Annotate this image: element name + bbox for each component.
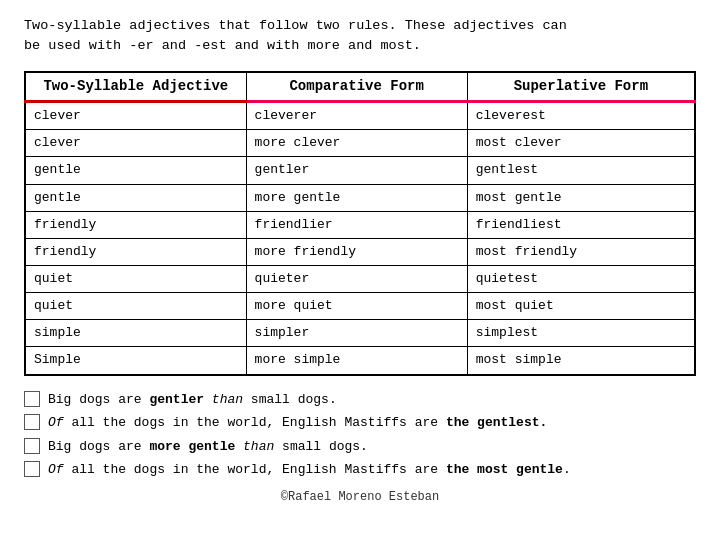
table-cell-sup: most friendly [467, 238, 695, 265]
table-row: clevercleverercleverest [25, 102, 695, 130]
example-item: Big dogs are gentler than small dogs. [24, 390, 696, 410]
table-cell-adj: quiet [25, 293, 246, 320]
table-row: quietmore quietmost quiet [25, 293, 695, 320]
table-row: quietquieterquietest [25, 266, 695, 293]
table-cell-adj: simple [25, 320, 246, 347]
table-cell-sup: friendliest [467, 211, 695, 238]
example-item: Of all the dogs in the world, English Ma… [24, 413, 696, 433]
table-cell-sup: most clever [467, 130, 695, 157]
table-cell-comp: more friendly [246, 238, 467, 265]
table-cell-adj: clever [25, 102, 246, 130]
table-cell-sup: most quiet [467, 293, 695, 320]
table-cell-comp: friendlier [246, 211, 467, 238]
table-cell-adj: quiet [25, 266, 246, 293]
table-cell-comp: quieter [246, 266, 467, 293]
table-cell-sup: cleverest [467, 102, 695, 130]
intro-text: Two-syllable adjectives that follow two … [24, 16, 696, 57]
adjective-table: Two-Syllable Adjective Comparative Form … [24, 71, 696, 376]
table-cell-adj: Simple [25, 347, 246, 375]
table-cell-comp: more simple [246, 347, 467, 375]
example-item: Of all the dogs in the world, English Ma… [24, 460, 696, 480]
example-text: Big dogs are more gentle than small dogs… [48, 437, 696, 457]
bullet-icon [24, 461, 40, 477]
table-cell-comp: more gentle [246, 184, 467, 211]
bullet-icon [24, 391, 40, 407]
table-cell-sup: gentlest [467, 157, 695, 184]
table-cell-sup: most simple [467, 347, 695, 375]
table-cell-comp: simpler [246, 320, 467, 347]
table-cell-adj: friendly [25, 238, 246, 265]
footer-text: ©Rafael Moreno Esteban [24, 490, 696, 504]
table-row: simplesimplersimplest [25, 320, 695, 347]
header-superlative: Superlative Form [467, 72, 695, 102]
table-cell-sup: simplest [467, 320, 695, 347]
table-cell-comp: cleverer [246, 102, 467, 130]
header-comparative: Comparative Form [246, 72, 467, 102]
table-row: gentlegentlergentlest [25, 157, 695, 184]
table-cell-comp: more quiet [246, 293, 467, 320]
table-cell-comp: gentler [246, 157, 467, 184]
bullet-icon [24, 438, 40, 454]
header-adjective: Two-Syllable Adjective [25, 72, 246, 102]
example-text: Of all the dogs in the world, English Ma… [48, 413, 696, 433]
table-row: gentlemore gentlemost gentle [25, 184, 695, 211]
table-row: friendlymore friendlymost friendly [25, 238, 695, 265]
example-text: Of all the dogs in the world, English Ma… [48, 460, 696, 480]
table-cell-sup: quietest [467, 266, 695, 293]
bullet-icon [24, 414, 40, 430]
table-cell-comp: more clever [246, 130, 467, 157]
table-cell-sup: most gentle [467, 184, 695, 211]
table-row: Simplemore simplemost simple [25, 347, 695, 375]
table-cell-adj: friendly [25, 211, 246, 238]
table-row: friendlyfriendlierfriendliest [25, 211, 695, 238]
table-cell-adj: gentle [25, 184, 246, 211]
examples-list: Big dogs are gentler than small dogs.Of … [24, 390, 696, 480]
table-cell-adj: gentle [25, 157, 246, 184]
table-cell-adj: clever [25, 130, 246, 157]
example-text: Big dogs are gentler than small dogs. [48, 390, 696, 410]
table-row: clevermore clevermost clever [25, 130, 695, 157]
example-item: Big dogs are more gentle than small dogs… [24, 437, 696, 457]
